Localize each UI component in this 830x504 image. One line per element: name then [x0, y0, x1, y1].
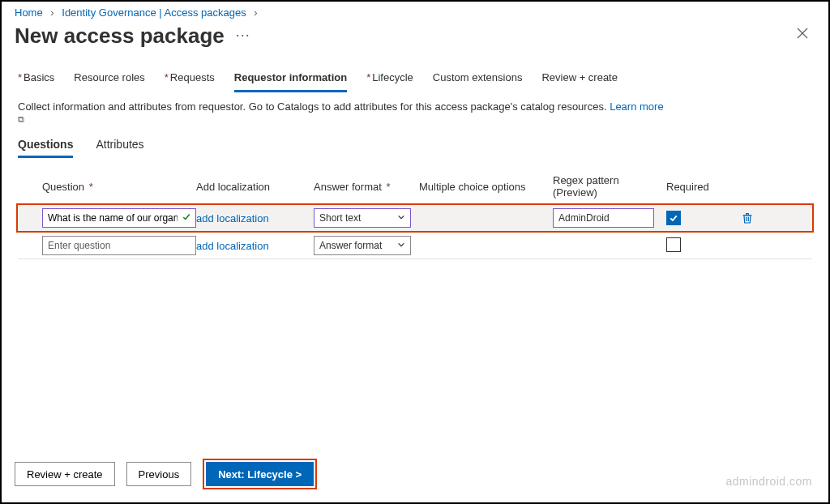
header-multiple-choice: Multiple choice options [419, 181, 553, 193]
page-title: New access package [15, 23, 225, 49]
add-localization-link[interactable]: add localization [196, 212, 269, 224]
breadcrumb-home[interactable]: Home [15, 6, 43, 19]
table-row: add localization Short text AdminDroid [16, 203, 814, 233]
previous-button[interactable]: Previous [126, 462, 192, 486]
questions-table: Question * Add localization Answer forma… [2, 158, 828, 259]
header-regex: Regex pattern (Preview) [553, 174, 666, 199]
tab-requestor-information[interactable]: Requestor information [234, 71, 347, 92]
more-menu-button[interactable]: ··· [236, 27, 250, 44]
answer-format-select[interactable]: Answer format [314, 236, 411, 255]
subtab-questions[interactable]: Questions [18, 138, 73, 158]
table-header-row: Question * Add localization Answer forma… [18, 169, 812, 203]
tab-lifecycle[interactable]: *Lifecycle [366, 71, 413, 92]
tab-review-create[interactable]: Review + create [541, 71, 618, 92]
review-create-button[interactable]: Review + create [15, 462, 115, 486]
chevron-right-icon: › [254, 6, 257, 19]
sub-tabs: Questions Attributes [2, 130, 828, 158]
tab-resource-roles[interactable]: Resource roles [74, 71, 144, 92]
question-input[interactable] [42, 208, 196, 228]
chevron-down-icon [397, 240, 405, 251]
regex-input[interactable]: AdminDroid [553, 208, 654, 228]
tab-requests[interactable]: *Requests [165, 71, 215, 92]
description-text: Collect information and attributes from … [2, 92, 828, 130]
learn-more-link[interactable]: Learn more [610, 100, 663, 113]
add-localization-link[interactable]: add localization [196, 240, 269, 252]
required-checkbox[interactable] [666, 211, 681, 225]
tab-basics[interactable]: *Basics [18, 71, 54, 92]
close-icon[interactable] [789, 23, 815, 47]
chevron-right-icon: › [50, 6, 53, 19]
next-lifecycle-button[interactable]: Next: Lifecycle > [206, 462, 314, 486]
breadcrumb-identity-governance[interactable]: Identity Governance | Access packages [62, 6, 246, 19]
wizard-tabs: *Basics Resource roles *Requests Request… [2, 57, 828, 92]
answer-format-select[interactable]: Short text [314, 208, 411, 228]
delete-row-button[interactable] [723, 211, 772, 224]
header-question: Question * [42, 181, 196, 193]
header-add-localization: Add localization [196, 181, 314, 193]
header-required: Required [666, 181, 723, 193]
subtab-attributes[interactable]: Attributes [96, 138, 143, 158]
required-checkbox[interactable] [666, 237, 681, 252]
chevron-down-icon [397, 212, 405, 224]
question-input[interactable] [42, 236, 196, 255]
external-link-icon: ⧉ [18, 114, 24, 124]
tab-custom-extensions[interactable]: Custom extensions [433, 71, 523, 92]
table-row: add localization Answer format [18, 233, 812, 259]
header-answer-format: Answer format * [314, 181, 419, 193]
breadcrumb: Home › Identity Governance | Access pack… [2, 2, 828, 22]
watermark: admindroid.com [725, 475, 812, 488]
